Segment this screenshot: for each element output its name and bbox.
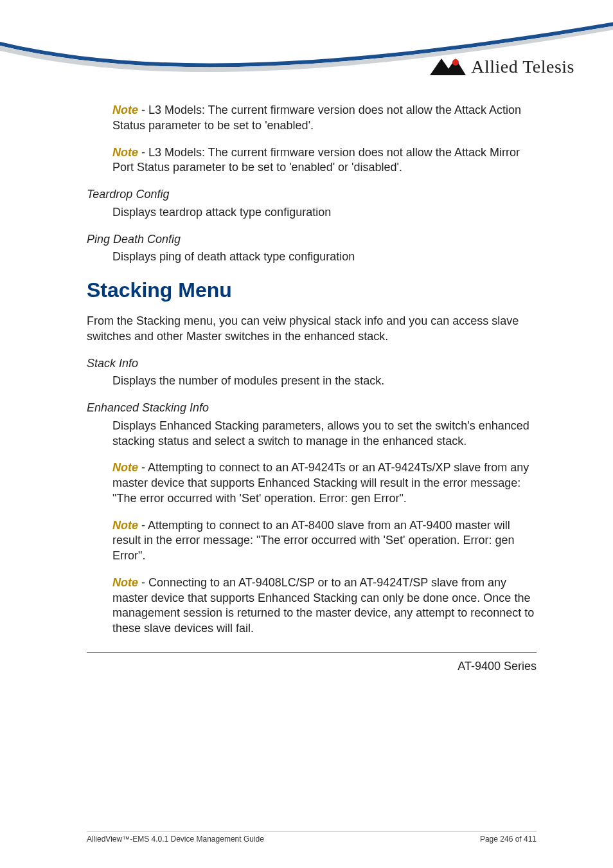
series-label: AT-9400 Series [87,659,537,674]
section-heading-stacking-menu: Stacking Menu [87,276,537,303]
logo-mark-icon [430,57,466,77]
brand-logo: Allied Telesis [430,57,574,77]
logo-text: Allied Telesis [471,57,574,77]
note-label: Note [112,519,138,532]
ping-death-config-desc: Displays ping of death attack type confi… [87,249,537,265]
definition-term: Enhanced Stacking Info [87,401,209,414]
divider [87,652,537,653]
note-label: Note [112,576,138,589]
stacking-intro: From the Stacking menu, you can veiw phy… [87,314,537,345]
ping-death-config-term: Ping Death Config [87,232,537,248]
definition-term: Teardrop Config [87,188,169,201]
note-text: - L3 Models: The current firmware versio… [112,146,520,174]
stack-info-term: Stack Info [87,356,537,372]
note-text: - Attempting to connect to an AT-9424Ts … [112,461,529,505]
note-at9408lc: Note - Connecting to an AT-9408LC/SP or … [87,575,537,637]
note-at8400: Note - Attempting to connect to an AT-84… [87,518,537,564]
teardrop-config-term: Teardrop Config [87,187,537,203]
note-attack-action: Note - L3 Models: The current firmware v… [87,103,537,134]
definition-term: Ping Death Config [87,233,181,246]
footer-page-number: Page 246 of 411 [480,835,537,844]
note-text: - Attempting to connect to an AT-8400 sl… [112,519,515,563]
enhanced-stacking-info-term: Enhanced Stacking Info [87,401,537,416]
note-label: Note [112,104,138,116]
page-footer: AlliedView™-EMS 4.0.1 Device Management … [87,831,537,844]
note-at9424ts: Note - Attempting to connect to an AT-94… [87,460,537,506]
note-label: Note [112,146,138,159]
svg-point-2 [452,59,459,66]
teardrop-config-desc: Displays teardrop attack type configurat… [87,205,537,221]
definition-term: Stack Info [87,357,138,370]
note-text: - L3 Models: The current firmware versio… [112,104,521,132]
note-attack-mirror: Note - L3 Models: The current firmware v… [87,145,537,176]
footer-doc-title: AlliedView™-EMS 4.0.1 Device Management … [87,835,264,844]
note-text: - Connecting to an AT-9408LC/SP or to an… [112,576,534,635]
page-content: Note - L3 Models: The current firmware v… [87,103,537,674]
enhanced-stacking-info-desc: Displays Enhanced Stacking parameters, a… [87,419,537,449]
stack-info-desc: Displays the number of modules present i… [87,374,537,389]
note-label: Note [112,461,138,474]
